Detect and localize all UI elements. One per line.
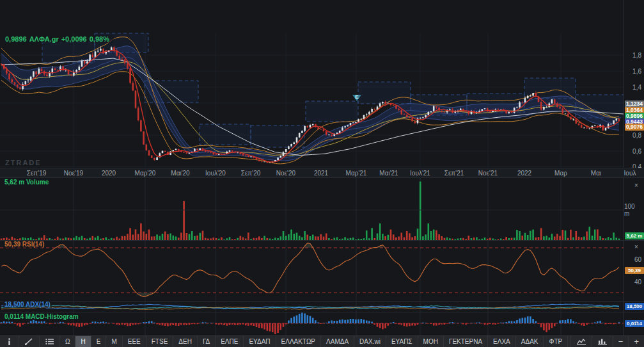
close-rsi-panel-button[interactable]: × — [632, 243, 640, 251]
ticker-button-ΜΟΗ[interactable]: ΜΟΗ — [418, 336, 444, 347]
time-axis-label: Σεπ'20 — [241, 170, 261, 177]
time-axis-label: Νοε'19 — [64, 170, 83, 177]
volume-value-tag: 5,62 m — [625, 232, 644, 239]
ticker-strip: ΕΕΕFTSEΔΕΗΓΔΕΛΠΕΕΥΔΑΠΕΛΛΑΚΤΩΡΛΑΜΔΑDAX.wi… — [123, 336, 570, 347]
time-axis-label: Ιουλ'21 — [410, 170, 430, 177]
time-axis-label: 2022 — [517, 170, 531, 177]
timeframe-button-Μ[interactable]: Μ — [106, 336, 122, 347]
price-tick-label: 1,6 — [632, 68, 641, 75]
close-volume-panel-button[interactable]: × — [632, 182, 640, 190]
info-button[interactable] — [0, 336, 19, 347]
timeframe-button-Ε[interactable]: Ε — [91, 336, 107, 347]
ticker-button-ΕΛΧΑ[interactable]: ΕΛΧΑ — [488, 336, 516, 347]
watermark: ZTRADE — [5, 159, 42, 166]
bar-chart-type-button[interactable] — [592, 336, 613, 347]
bar-chart-icon — [598, 338, 607, 345]
ticker-button-DAX.wi[interactable]: DAX.wi — [354, 336, 386, 347]
price-tag: 0,9076 — [625, 124, 644, 131]
event-flag[interactable]: E — [352, 95, 361, 104]
line-chart-type-button[interactable] — [570, 336, 592, 347]
time-axis-label: 2021 — [314, 170, 328, 177]
time-axis-label: Ιουλ — [624, 170, 636, 177]
macd-panel-label: 0,0114 MACD-Histogram — [3, 313, 80, 320]
rsi-tick-label: 40 — [634, 278, 641, 286]
toolbar-right-group: − + — [570, 336, 644, 347]
line-chart-icon — [577, 338, 586, 345]
event-flag-label: E — [352, 94, 361, 100]
volume-axis-label: 100 m — [624, 203, 641, 217]
ticker-button-ΑΔΑΚ[interactable]: ΑΔΑΚ — [516, 336, 544, 347]
time-axis-label: Μαρ'20 — [135, 170, 156, 177]
rsi-tick-label: 60 — [634, 256, 641, 263]
time-axis[interactable]: Σεπ'19Νοε'192020Μαρ'20Μαι'20Ιουλ'20Σεπ'2… — [0, 168, 644, 178]
ticker-button-ΓΕΚΤΕΡΝΑ[interactable]: ΓΕΚΤΕΡΝΑ — [444, 336, 488, 347]
time-axis-label: Μαι'21 — [379, 170, 398, 177]
panel-divider[interactable] — [0, 312, 644, 312]
panel-divider[interactable] — [0, 301, 644, 302]
time-axis-label: Νοε'21 — [478, 170, 498, 177]
ticker-button-ΕΥΔΑΠ[interactable]: ΕΥΔΑΠ — [244, 336, 276, 347]
rsi-value-tag: 50,39 — [625, 267, 644, 274]
ticker-button-ΓΔ[interactable]: ΓΔ — [198, 336, 216, 347]
ticker-button-ΕΥΑΠΣ[interactable]: ΕΥΑΠΣ — [386, 336, 418, 347]
draw-tool-button[interactable] — [19, 336, 40, 347]
timeframe-button-Ω[interactable]: Ω — [60, 336, 75, 347]
timeframe-button-Η[interactable]: Η — [75, 336, 91, 347]
price-tick-label: 1,4 — [632, 84, 641, 91]
ticker-button-ΦΤΡ[interactable]: ΦΤΡ — [544, 336, 568, 347]
trading-app: 0,9896ΑΛΦΑ.gr+0,00960,98% ZTRADE E Σεπ'1… — [0, 0, 644, 347]
close-adx-panel-button[interactable]: × — [632, 302, 640, 310]
ticker-button-ΔΕΗ[interactable]: ΔΕΗ — [173, 336, 198, 347]
watchlist-button[interactable] — [40, 336, 60, 347]
legend-change-pct: 0,98% — [90, 35, 109, 43]
panel-divider[interactable] — [0, 240, 644, 241]
ticker-button-FTSE[interactable]: FTSE — [146, 336, 174, 347]
time-axis-label: Σεπ'19 — [27, 170, 47, 177]
rsi-panel-label: 50,39 RSI(14) — [3, 241, 45, 248]
time-axis-label: Μαρ'21 — [346, 170, 367, 177]
time-axis-label: Μαρ — [554, 170, 567, 177]
close-macd-panel-button[interactable]: × — [632, 319, 640, 327]
price-tick-label: 0,8 — [632, 132, 641, 139]
time-axis-label: Μαι'20 — [171, 170, 189, 177]
ticker-button-ΕΕΕ[interactable]: ΕΕΕ — [123, 336, 146, 347]
list-icon — [45, 338, 54, 345]
legend-symbol: ΑΛΦΑ.gr — [29, 35, 59, 43]
zoom-out-button[interactable]: − — [613, 336, 629, 347]
time-axis-label: Ιουλ'20 — [205, 170, 226, 177]
info-icon — [6, 338, 13, 345]
adx-panel-label: 18,500 ADX(14) — [3, 301, 52, 308]
time-axis-label: Νοε'20 — [276, 170, 295, 177]
symbol-legend: 0,9896ΑΛΦΑ.gr+0,00960,98% — [3, 35, 114, 43]
legend-last-price: 0,9896 — [5, 35, 27, 43]
ticker-button-ΕΛΛΑΚΤΩΡ[interactable]: ΕΛΛΑΚΤΩΡ — [276, 336, 321, 347]
legend-change: +0,0096 — [61, 35, 87, 43]
ticker-button-ΕΛΠΕ[interactable]: ΕΛΠΕ — [216, 336, 244, 347]
timeframe-group: ΩΗΕΜ — [60, 336, 123, 347]
pencil-icon — [25, 338, 33, 345]
price-tick-label: 1,8 — [632, 52, 641, 59]
time-axis-label: 2020 — [102, 170, 116, 177]
ticker-button-ΛΑΜΔΑ[interactable]: ΛΑΜΔΑ — [321, 336, 354, 347]
time-axis-label: Σεπ'21 — [444, 170, 464, 177]
zoom-in-button[interactable]: + — [628, 336, 644, 347]
bottom-toolbar: ΩΗΕΜ ΕΕΕFTSEΔΕΗΓΔΕΛΠΕΕΥΔΑΠΕΛΛΑΚΤΩΡΛΑΜΔΑD… — [0, 335, 644, 347]
volume-panel-label: 5,62 m Volume — [3, 179, 50, 186]
time-axis-label: Μαι — [591, 170, 601, 177]
price-tick-label: 0,6 — [632, 148, 641, 155]
